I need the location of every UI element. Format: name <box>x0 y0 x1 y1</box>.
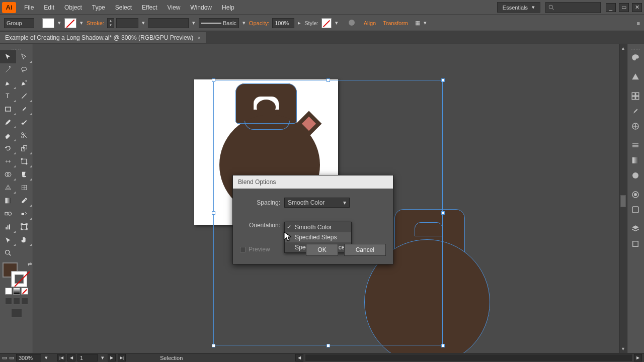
stroke-color[interactable] <box>12 272 27 287</box>
artboards-panel-icon[interactable] <box>627 236 643 251</box>
draw-behind-button[interactable] <box>13 298 20 305</box>
transform-panel-link[interactable]: Transform <box>383 20 408 26</box>
transparency-panel-icon[interactable] <box>627 168 643 183</box>
menu-edit[interactable]: Edit <box>39 2 59 13</box>
width-tool[interactable] <box>0 155 16 168</box>
color-mode-button[interactable] <box>5 288 12 295</box>
isolate-icon[interactable]: ▦ <box>415 20 420 26</box>
slice-tool[interactable] <box>0 233 16 246</box>
hscroll-right[interactable]: ▶ <box>634 354 642 361</box>
scroll-down-icon[interactable]: ▼ <box>619 345 627 353</box>
graphic-style[interactable] <box>321 18 332 28</box>
fill-stroke-control[interactable]: ⇄ <box>2 261 32 285</box>
line-tool[interactable] <box>16 89 32 103</box>
canvas[interactable]: Blend Options Spacing: Smooth Color ▾ Or… <box>33 44 627 353</box>
minimize-button[interactable]: _ <box>606 3 616 12</box>
live-paint-tool[interactable] <box>16 168 32 181</box>
mesh-tool[interactable] <box>16 181 32 194</box>
view-icon[interactable]: ▭ <box>2 354 7 361</box>
color-panel-icon[interactable] <box>627 50 643 65</box>
recolor-icon[interactable] <box>348 19 356 28</box>
gpu-icon[interactable]: ▭ <box>9 354 14 361</box>
paintbrush-tool[interactable] <box>16 103 32 116</box>
gradient-tool[interactable] <box>0 194 16 207</box>
free-transform-tool[interactable] <box>16 155 32 168</box>
opacity-label[interactable]: Opacity: <box>249 20 269 26</box>
rectangle-tool[interactable] <box>0 103 16 116</box>
zoom-field[interactable]: 300% <box>16 354 41 361</box>
horizontal-scrollbar[interactable] <box>305 354 632 361</box>
dropdown-item-smooth-color[interactable]: ✓ Smooth Color <box>285 222 351 232</box>
gradient-mode-button[interactable] <box>13 288 20 295</box>
menu-type[interactable]: Type <box>87 2 110 13</box>
stroke-swatch[interactable] <box>64 18 76 28</box>
stroke-dropdown[interactable]: ▾ <box>78 20 85 26</box>
stroke-panel-icon[interactable] <box>627 138 643 153</box>
hand-tool[interactable] <box>16 233 32 246</box>
artboard-tool[interactable] <box>16 220 32 233</box>
workspace-switcher[interactable]: Essentials ▾ <box>497 2 540 13</box>
none-mode-button[interactable] <box>21 288 28 295</box>
blob-brush-tool[interactable] <box>16 116 32 129</box>
swap-fill-stroke-icon[interactable]: ⇄ <box>28 261 32 267</box>
zoom-dropdown[interactable]: ▾ <box>43 354 49 361</box>
symbols-panel-icon[interactable] <box>627 119 643 134</box>
eyedropper-tool[interactable] <box>16 194 32 207</box>
perspective-tool[interactable] <box>0 181 16 194</box>
preview-checkbox[interactable]: Preview <box>240 246 270 253</box>
next-artboard-button[interactable]: ▶ <box>108 354 116 361</box>
draw-inside-button[interactable] <box>21 298 28 305</box>
close-button[interactable]: ✕ <box>632 3 642 12</box>
rotate-tool[interactable] <box>0 142 16 155</box>
document-tab[interactable]: Example of Creating a Long Shadow.ai* @ … <box>0 32 206 43</box>
scrollbar-thumb[interactable] <box>620 195 626 207</box>
maximize-button[interactable]: ▭ <box>619 3 629 12</box>
layers-panel-icon[interactable] <box>627 221 643 236</box>
type-tool[interactable]: T <box>0 89 16 103</box>
column-graph-tool[interactable] <box>0 220 16 233</box>
panel-grip[interactable]: :::::: <box>0 46 33 50</box>
vertical-scrollbar[interactable]: ▲ ▼ <box>619 44 627 353</box>
artboard-number[interactable]: 1 <box>77 354 98 361</box>
stroke-weight-stepper[interactable]: ▲▼ <box>107 18 114 28</box>
curvature-tool[interactable] <box>16 76 32 89</box>
prev-artboard-button[interactable]: ◀ <box>67 354 75 361</box>
zoom-tool[interactable] <box>0 246 16 259</box>
first-artboard-button[interactable]: |◀ <box>57 354 65 361</box>
pen-tool[interactable] <box>0 76 16 89</box>
search-input[interactable] <box>545 2 601 13</box>
pencil-tool[interactable] <box>0 116 16 129</box>
appearance-panel-icon[interactable] <box>627 187 643 202</box>
menu-select[interactable]: Select <box>110 2 137 13</box>
dropdown-item-specified-steps[interactable]: Specified Steps <box>285 232 351 242</box>
draw-normal-button[interactable] <box>5 298 12 305</box>
brush-definition[interactable]: Basic <box>199 18 239 28</box>
var-width-profile[interactable] <box>148 18 189 28</box>
panel-grip[interactable]: :::::: <box>627 46 644 50</box>
gradient-panel-icon[interactable] <box>627 153 643 168</box>
color-guide-panel-icon[interactable] <box>627 69 643 84</box>
menu-file[interactable]: File <box>19 2 39 13</box>
stroke-label[interactable]: Stroke: <box>87 20 104 26</box>
swatches-panel-icon[interactable] <box>627 88 643 104</box>
scissors-tool[interactable] <box>16 129 32 142</box>
blend-tool[interactable] <box>0 207 16 220</box>
menu-effect[interactable]: Effect <box>137 2 162 13</box>
menu-view[interactable]: View <box>163 2 186 13</box>
brushes-panel-icon[interactable] <box>627 104 643 119</box>
direct-selection-tool[interactable] <box>16 50 32 63</box>
shape-builder-tool[interactable] <box>0 168 16 181</box>
scroll-up-icon[interactable]: ▲ <box>619 44 627 52</box>
fill-dropdown[interactable]: ▾ <box>56 20 62 26</box>
close-icon[interactable]: × <box>197 35 200 41</box>
panel-menu-icon[interactable]: ≡ <box>637 20 640 26</box>
magic-wand-tool[interactable] <box>0 63 16 76</box>
spacing-dropdown[interactable]: Smooth Color ▾ <box>284 198 350 208</box>
selection-tool[interactable] <box>0 50 16 63</box>
last-artboard-button[interactable]: ▶| <box>118 354 126 361</box>
scale-tool[interactable] <box>16 142 32 155</box>
hscroll-left[interactable]: ◀ <box>295 354 303 361</box>
symbol-sprayer-tool[interactable] <box>16 207 32 220</box>
fill-swatch[interactable] <box>42 18 54 28</box>
menu-help[interactable]: Help <box>217 2 239 13</box>
